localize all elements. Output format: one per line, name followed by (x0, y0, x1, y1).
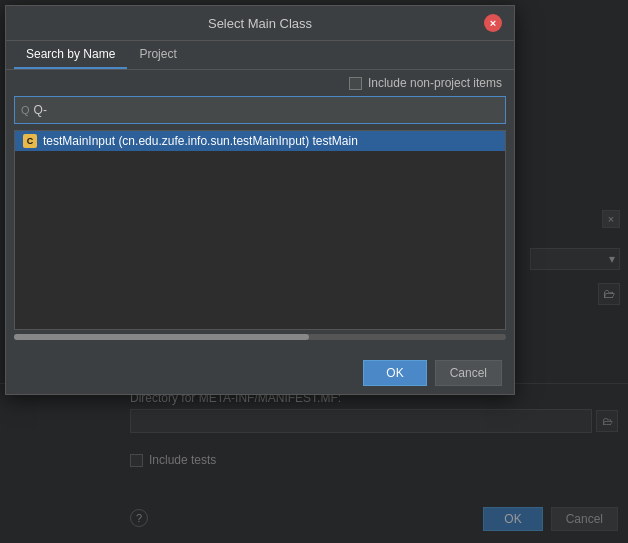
scrollbar-thumb[interactable] (14, 334, 309, 340)
dialog-cancel-button[interactable]: Cancel (435, 360, 502, 386)
search-input[interactable] (34, 99, 499, 121)
search-input-wrapper: Q (14, 96, 506, 124)
dialog-titlebar: Select Main Class × (6, 6, 514, 41)
dialog-close-button[interactable]: × (484, 14, 502, 32)
dialog-footer: OK Cancel (6, 352, 514, 394)
dialog-ok-button[interactable]: OK (363, 360, 426, 386)
search-icon: Q (21, 104, 30, 116)
class-icon: C (23, 134, 37, 148)
include-non-project-checkbox[interactable] (349, 77, 362, 90)
dialog-title: Select Main Class (36, 16, 484, 31)
dialog-body: Search by Name Project Include non-proje… (6, 41, 514, 394)
select-main-class-dialog: Select Main Class × Search by Name Proje… (5, 5, 515, 395)
scrollbar-track[interactable] (14, 334, 506, 340)
options-row: Include non-project items (6, 70, 514, 96)
tab-search-by-name[interactable]: Search by Name (14, 41, 127, 69)
search-row: Q (6, 96, 514, 130)
tabs-row: Search by Name Project (6, 41, 514, 70)
result-text: testMainInput (cn.edu.zufe.info.sun.test… (43, 134, 358, 148)
scrollbar-area (14, 334, 506, 348)
include-non-project-label: Include non-project items (368, 76, 502, 90)
results-list: C testMainInput (cn.edu.zufe.info.sun.te… (14, 130, 506, 330)
tab-project[interactable]: Project (127, 41, 188, 69)
result-item[interactable]: C testMainInput (cn.edu.zufe.info.sun.te… (15, 131, 505, 151)
